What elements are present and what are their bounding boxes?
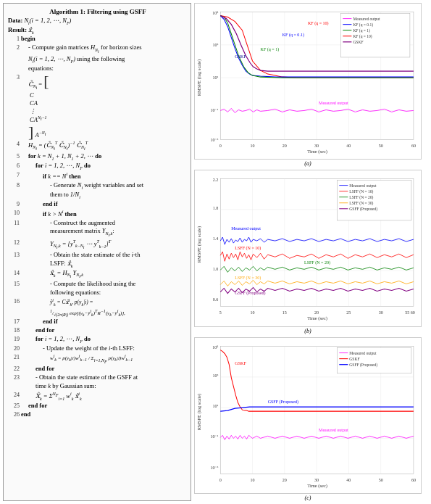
svg-text:10³: 10³ xyxy=(212,373,218,377)
svg-text:10⁻³: 10⁻³ xyxy=(210,465,218,469)
svg-text:60: 60 xyxy=(411,477,416,482)
algo-line-25: 25 end for xyxy=(8,402,188,410)
svg-text:1.0: 1.0 xyxy=(213,268,219,272)
svg-text:Measured output: Measured output xyxy=(319,101,348,105)
algo-line-16: 16 ŷik = Cx̂ik, p(yk|i) = xyxy=(8,297,188,307)
algo-line-21: 21 wik = p(yk|i)wik−1 / Σl=1,NF p(yk|l)w… xyxy=(8,353,188,365)
svg-text:30: 30 xyxy=(314,144,319,148)
chart-a: 10⁵ 10³ 10¹ 10⁻¹ 10⁻³ 0 10 20 30 40 50 6… xyxy=(194,3,422,160)
svg-text:KF (q = 0.1): KF (q = 0.1) xyxy=(283,33,304,38)
svg-text:RMSPE (log scale): RMSPE (log scale) xyxy=(196,226,202,263)
chart-a-label: (a) xyxy=(194,160,422,167)
svg-text:LSFF (N = 20): LSFF (N = 20) xyxy=(304,261,330,266)
svg-text:25: 25 xyxy=(346,310,351,315)
svg-text:2.2: 2.2 xyxy=(213,178,219,182)
chart-c-label: (c) xyxy=(194,495,422,501)
svg-text:RMSPE (log scale): RMSPE (log scale) xyxy=(196,394,202,430)
algo-line-1: 1 begin xyxy=(8,35,188,44)
algo-line-13: 13 - Obtain the state estimate of the i-… xyxy=(8,251,188,260)
svg-text:10³: 10³ xyxy=(212,43,218,47)
svg-text:LSFF (N = 20): LSFF (N = 20) xyxy=(349,195,373,200)
svg-text:GSKF: GSKF xyxy=(235,54,246,59)
svg-text:10¹: 10¹ xyxy=(212,75,218,80)
algorithm-panel: Algorithm 1: Filtering using GSFF Data: … xyxy=(3,3,191,501)
svg-text:LSFF (N = 10): LSFF (N = 10) xyxy=(235,247,261,252)
svg-text:1.8: 1.8 xyxy=(213,206,219,210)
svg-text:10⁵: 10⁵ xyxy=(212,344,219,349)
algo-line-20: 20 - Update the weight of the i-th LSFF: xyxy=(8,344,188,353)
svg-text:5: 5 xyxy=(219,310,222,315)
algo-line-6: 6 for i = 1, 2, ⋯, NF do xyxy=(8,162,188,171)
svg-text:50: 50 xyxy=(379,477,383,482)
svg-text:20: 20 xyxy=(314,310,319,315)
svg-text:Measured output: Measured output xyxy=(231,226,261,231)
algo-line-3: 3 C̃Ni = [ C CA ⋮ CANi−1 ] A−Ni xyxy=(8,73,188,140)
svg-text:KF (q = 1): KF (q = 1) xyxy=(261,47,280,52)
algo-line-2: 2 - Compute gain matrices HNi for horizo… xyxy=(8,44,188,54)
svg-text:GSFF (Proposed): GSFF (Proposed) xyxy=(349,362,377,367)
algo-line-14: 14 x̂k = HNi YNi,k xyxy=(8,269,188,280)
svg-text:GSFF (Proposed): GSFF (Proposed) xyxy=(268,400,298,405)
svg-text:0: 0 xyxy=(219,477,222,482)
svg-text:20: 20 xyxy=(283,477,287,482)
chart-a-svg: 10⁵ 10³ 10¹ 10⁻¹ 10⁻³ 0 10 20 30 40 50 6… xyxy=(195,4,421,159)
chart-a-container: 10⁵ 10³ 10¹ 10⁻¹ 10⁻³ 0 10 20 30 40 50 6… xyxy=(194,3,422,167)
algo-line-2b: Ni(i = 1, 2, ⋯, NF) using the following xyxy=(8,55,188,65)
chart-b: 2.2 1.8 1.4 1.0 0.6 5 10 15 20 25 30 55 … xyxy=(194,170,422,326)
charts-panel: 10⁵ 10³ 10¹ 10⁻¹ 10⁻³ 0 10 20 30 40 50 6… xyxy=(193,0,424,504)
algo-line-22: 22 end for xyxy=(8,365,188,373)
algo-line-4: 4 HNi = (C̃NiT C̃Ni)−1 C̃NiT xyxy=(8,140,188,152)
svg-text:GSKF: GSKF xyxy=(349,356,359,360)
svg-text:GSFF (Proposed): GSFF (Proposed) xyxy=(235,291,265,296)
algo-line-26: 26 end xyxy=(8,410,188,419)
svg-text:KF (q = 1): KF (q = 1) xyxy=(353,28,370,33)
algo-line-11: 11 - Construct the augmented xyxy=(8,219,188,228)
algo-line-17: 17 end if xyxy=(8,318,188,326)
svg-text:30: 30 xyxy=(314,477,319,482)
svg-text:Time (sec): Time (sec) xyxy=(307,482,327,488)
algo-line-15: 15 - Compute the likelihood using the xyxy=(8,280,188,289)
algo-line-19: 19 for i = 1, 2, ⋯, NF do xyxy=(8,335,188,344)
algorithm-title: Algorithm 1: Filtering using GSFF xyxy=(8,8,188,15)
svg-text:Measured output: Measured output xyxy=(349,350,377,355)
svg-text:LSFF (N = 10): LSFF (N = 10) xyxy=(349,189,373,194)
algo-line-24: 24 X̂k = ΣNFi=1 wik x̂ik xyxy=(8,391,188,402)
algo-line-23: 23 - Obtain the state estimate of the GS… xyxy=(8,373,188,382)
svg-text:GSFF (Proposed): GSFF (Proposed) xyxy=(349,207,377,212)
svg-text:50: 50 xyxy=(379,144,383,148)
chart-c-svg: 10⁵ 10³ 10¹ 10⁻¹ 10⁻³ 0 10 20 30 40 50 6… xyxy=(195,338,421,493)
svg-text:10⁵: 10⁵ xyxy=(212,11,219,15)
algo-line-5: 5 for k = N1 + 1, N1 + 2, ⋯ do xyxy=(8,152,188,162)
algo-line-8b: them to 1/Ni xyxy=(8,191,188,200)
svg-text:GSKF: GSKF xyxy=(353,40,363,44)
algo-line-9: 9 end if xyxy=(8,200,188,209)
algo-line-16b: 1/√(2π|R|) exp[(yk−ŷik)TR−1(yk−ŷik)], xyxy=(8,307,188,318)
svg-text:10¹: 10¹ xyxy=(212,404,218,408)
svg-text:40: 40 xyxy=(346,477,351,482)
svg-text:1.4: 1.4 xyxy=(213,236,219,241)
svg-text:KF (q = 0.1): KF (q = 0.1) xyxy=(353,22,373,28)
svg-text:30: 30 xyxy=(379,310,383,315)
svg-text:10: 10 xyxy=(251,144,255,148)
svg-text:KF (q = 10): KF (q = 10) xyxy=(353,34,372,39)
svg-text:10⁻¹: 10⁻¹ xyxy=(210,108,218,112)
algo-line-23b: time k by Gaussian sum: xyxy=(8,382,188,391)
svg-text:Measured output: Measured output xyxy=(349,183,377,188)
svg-text:10⁻³: 10⁻³ xyxy=(210,138,218,142)
algo-line-13b: LSFF: x̂k xyxy=(8,260,188,269)
algo-line-12: 12 YNi,k = [yTk−Ni ⋯ yTk−1]T xyxy=(8,239,188,251)
svg-text:0.6: 0.6 xyxy=(213,297,219,302)
svg-text:0: 0 xyxy=(219,144,222,148)
chart-c-container: 10⁵ 10³ 10¹ 10⁻¹ 10⁻³ 0 10 20 30 40 50 6… xyxy=(194,337,422,501)
svg-text:10: 10 xyxy=(251,310,255,315)
algo-line-2c: equations: xyxy=(8,65,188,73)
algo-line-10: 10 if k > Ni then xyxy=(8,209,188,219)
svg-text:10: 10 xyxy=(251,477,255,482)
svg-text:10⁻¹: 10⁻¹ xyxy=(210,434,218,439)
svg-text:LSFF (N = 30): LSFF (N = 30) xyxy=(349,201,373,206)
svg-text:60: 60 xyxy=(411,144,416,148)
algo-line-18: 18 end for xyxy=(8,326,188,335)
svg-text:15: 15 xyxy=(283,310,287,315)
svg-text:20: 20 xyxy=(283,144,287,148)
svg-text:Time (sec): Time (sec) xyxy=(307,315,327,321)
